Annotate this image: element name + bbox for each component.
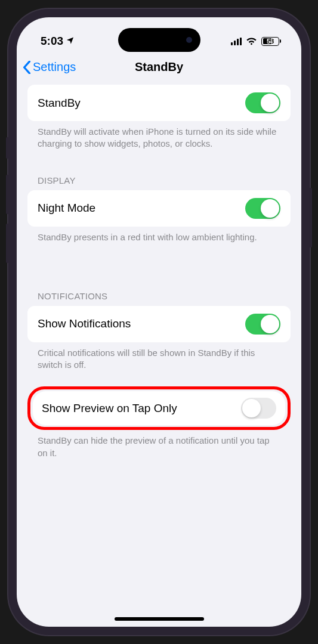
show-preview-row[interactable]: Show Preview on Tap Only [33, 391, 285, 425]
standby-group: StandBy StandBy will activate when iPhon… [27, 85, 291, 150]
show-notifications-label: Show Notifications [38, 317, 131, 330]
nav-bar: Settings StandBy [17, 52, 301, 85]
back-button[interactable]: Settings [23, 60, 76, 74]
display-header: DISPLAY [27, 175, 291, 190]
battery-icon: 58 [261, 37, 281, 46]
wifi-icon [246, 37, 257, 45]
battery-percent: 58 [262, 38, 279, 45]
show-preview-label: Show Preview on Tap Only [42, 402, 177, 415]
notifications-header: NOTIFICATIONS [27, 291, 291, 306]
toggle-knob [261, 94, 279, 112]
status-right: 58 [231, 37, 282, 46]
side-button [310, 188, 312, 247]
show-preview-toggle[interactable] [241, 398, 276, 419]
display-group: Night Mode StandBy presents in a red tin… [27, 190, 291, 243]
toggle-knob [242, 399, 261, 417]
phone-frame: 5:03 58 [8, 9, 310, 635]
side-button [6, 137, 8, 159]
content: StandBy StandBy will activate when iPhon… [17, 85, 301, 459]
standby-toggle[interactable] [245, 92, 280, 113]
night-mode-row[interactable]: Night Mode [27, 190, 291, 227]
dynamic-island [118, 28, 200, 52]
back-label: Settings [33, 60, 76, 74]
location-icon [66, 35, 75, 48]
show-preview-group: Show Preview on Tap Only StandBy can hid… [27, 386, 291, 459]
toggle-knob [261, 199, 279, 218]
side-button [6, 224, 8, 263]
standby-row[interactable]: StandBy [27, 85, 291, 121]
standby-label: StandBy [38, 97, 81, 110]
status-left: 5:03 [41, 35, 75, 48]
show-notifications-footer: Critical notifications will still be sho… [27, 342, 291, 371]
cellular-icon [231, 38, 242, 45]
show-notifications-row[interactable]: Show Notifications [27, 306, 291, 342]
toggle-knob [261, 315, 279, 333]
home-indicator[interactable] [115, 617, 204, 621]
highlight-annotation: Show Preview on Tap Only [27, 386, 291, 430]
show-notifications-toggle[interactable] [245, 314, 280, 335]
status-time: 5:03 [41, 35, 63, 48]
night-mode-toggle[interactable] [245, 198, 280, 219]
chevron-left-icon [23, 61, 31, 74]
show-preview-footer: StandBy can hide the preview of a notifi… [27, 430, 291, 459]
night-mode-footer: StandBy presents in a red tint with low … [27, 227, 291, 243]
notifications-group: Show Notifications Critical notification… [27, 306, 291, 371]
side-button [6, 175, 8, 214]
screen: 5:03 58 [17, 17, 301, 627]
standby-footer: StandBy will activate when iPhone is tur… [27, 121, 291, 150]
night-mode-label: Night Mode [38, 202, 95, 215]
